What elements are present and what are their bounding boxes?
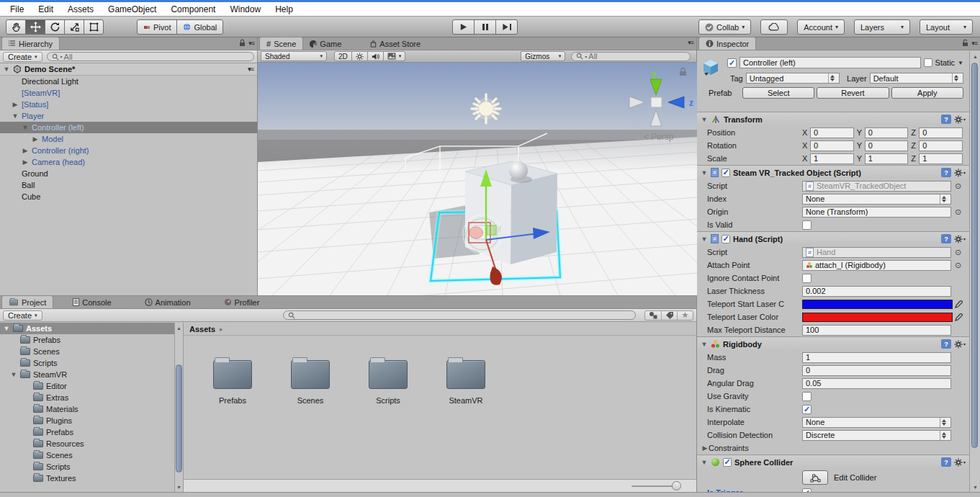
tab-inspector[interactable]: Inspector [698,37,756,50]
2d-toggle-button[interactable]: 2D [334,51,352,61]
edit-collider-button[interactable] [802,470,828,485]
menu-help[interactable]: Help [268,4,300,14]
effects-dropdown-button[interactable]: ▾ [383,51,406,61]
gear-icon[interactable]: ▾ [954,235,966,243]
folder-scripts[interactable]: Scripts [359,360,417,405]
tab-console[interactable]: Console [66,296,117,308]
folder-prefabs[interactable]: Prefabs [204,360,261,405]
static-checkbox[interactable] [924,58,932,67]
hierarchy-item-status[interactable]: ▶[Status] [0,99,257,110]
slider-knob[interactable] [672,481,681,491]
scene-search-input[interactable]: ▾ All [571,52,691,61]
play-button[interactable] [452,19,475,35]
trackedobject-enabled-checkbox[interactable]: ✓ [721,169,730,177]
script-field[interactable]: #SteamVR_TrackedObject [802,181,951,192]
hierarchy-item-controller-left[interactable]: ▼Controller (left) [0,122,257,133]
hierarchy-item-directional-light[interactable]: Directional Light [0,76,257,87]
layers-dropdown[interactable]: Layers▾ [854,19,910,35]
isvalid-checkbox[interactable] [802,220,812,230]
tree-item-plugins[interactable]: Plugins [0,415,174,426]
scene-header-row[interactable]: ▼ Demo Scene* ▾≡ [0,63,257,76]
object-picker-icon[interactable]: ⊙ [953,207,963,217]
hierarchy-item-controller-right[interactable]: ▶Controller (right) [0,145,257,156]
hand-header[interactable]: ▼ # ✓ Hand (Script) ? ▾ [697,231,969,246]
trackedobject-header[interactable]: ▼ # ✓ Steam VR_Tracked Object (Script) ?… [697,165,969,179]
pause-button[interactable] [474,19,496,35]
position-x-field[interactable]: 0 [810,127,854,138]
interpolate-dropdown[interactable]: None [802,417,951,428]
layout-dropdown[interactable]: Layout▾ [920,19,973,35]
menu-assets[interactable]: Assets [60,4,101,14]
tab-hierarchy[interactable]: Hierarchy [1,37,60,50]
scene-viewport[interactable]: y z < Persp [258,63,697,295]
folder-steamvr[interactable]: SteamVR [437,360,495,405]
lock-icon[interactable] [239,39,246,47]
rotation-y-field[interactable]: 0 [865,140,909,151]
tab-project[interactable]: Project [1,295,53,308]
tree-item-scenes-sub[interactable]: Scenes [0,449,174,461]
help-icon[interactable]: ? [941,115,951,124]
tab-scene[interactable]: # Scene [259,37,303,50]
tab-animation[interactable]: Animation [138,296,197,308]
is-kinematic-checkbox[interactable]: ✓ [802,405,812,414]
hierarchy-item-model[interactable]: ▶Model [0,133,257,145]
menu-edit[interactable]: Edit [31,4,60,14]
hierarchy-item-camera-head[interactable]: ▶Camera (head) [0,156,257,168]
directional-light-gizmo[interactable] [472,94,500,123]
tree-item-prefabs[interactable]: Prefabs [0,334,174,346]
gizmo-center-cube[interactable] [651,97,662,107]
rigidbody-header[interactable]: ▼ Rigidbody ? ▾ [697,336,969,351]
tab-profiler[interactable]: Profiler [217,296,266,308]
pivot-toggle-button[interactable]: Pivot [137,19,177,35]
object-picker-icon[interactable]: ⊙ [953,182,963,191]
rotate-tool-button[interactable] [45,19,65,35]
gear-icon[interactable]: ▾ [954,115,966,124]
menu-gameobject[interactable]: GameObject [101,4,163,14]
sphere-collider-enabled-checkbox[interactable]: ✓ [723,458,732,467]
hierarchy-item-player[interactable]: ▼Player [0,110,257,122]
tree-item-scripts[interactable]: Scripts [0,357,174,369]
position-z-field[interactable]: 0 [919,127,963,138]
thumbnail-zoom-slider[interactable] [631,485,676,487]
cloud-services-button[interactable] [760,19,788,35]
filter-by-label-icon[interactable] [661,311,677,320]
tree-item-prefabs-sub[interactable]: Prefabs [0,426,174,438]
eyedropper-icon[interactable] [955,300,963,308]
tree-item-scripts-sub[interactable]: Scripts [0,461,174,473]
prefab-revert-button[interactable]: Revert [817,87,889,99]
sphere-collider-header[interactable]: ▼ ✓ Sphere Collider ? ▾ [697,455,969,469]
scale-tool-button[interactable] [64,19,84,35]
hierarchy-item-cube[interactable]: Cube [0,191,257,202]
hand-script-field[interactable]: #Hand [802,247,951,258]
origin-object-field[interactable]: None (Transform) [802,207,951,218]
rotation-x-field[interactable]: 0 [810,140,854,151]
tree-item-materials[interactable]: Materials [0,403,174,415]
step-button[interactable] [495,19,518,35]
collab-dropdown[interactable]: Collab▾ [698,19,751,35]
position-y-field[interactable]: 0 [865,127,909,138]
tree-item-extras[interactable]: Extras [0,392,174,403]
teleport-laser-color-swatch[interactable] [802,313,953,322]
gear-icon[interactable]: ▾ [954,458,966,467]
tree-item-scenes[interactable]: Scenes [0,346,174,357]
move-plane-handle[interactable] [487,225,496,235]
persp-label[interactable]: < Persp [644,132,674,142]
static-dropdown-arrow[interactable]: ▼ [958,60,963,66]
attach-point-field[interactable]: attach_l (Rigidbody) [802,260,951,271]
account-dropdown[interactable]: Account▾ [797,19,845,35]
scene-pane-menu-icon[interactable]: ▾≡ [688,39,693,46]
object-picker-icon[interactable]: ⊙ [953,261,963,270]
gameobject-cube-icon[interactable] [701,58,720,78]
help-icon[interactable]: ? [941,457,951,467]
active-checkbox[interactable]: ✓ [727,58,737,68]
folder-scenes[interactable]: Scenes [282,360,339,405]
scale-z-field[interactable]: 1 [919,153,963,164]
tree-item-textures[interactable]: Textures [0,473,174,484]
shading-mode-dropdown[interactable]: Shaded▾ [261,51,327,61]
global-toggle-button[interactable]: Global [176,19,223,35]
gear-icon[interactable]: ▾ [954,169,966,177]
laser-thickness-field[interactable]: 0.002 [802,286,951,297]
rotation-z-field[interactable]: 0 [919,140,963,151]
gear-icon[interactable]: ▾ [954,340,966,349]
max-teleport-field[interactable]: 100 [802,325,951,336]
